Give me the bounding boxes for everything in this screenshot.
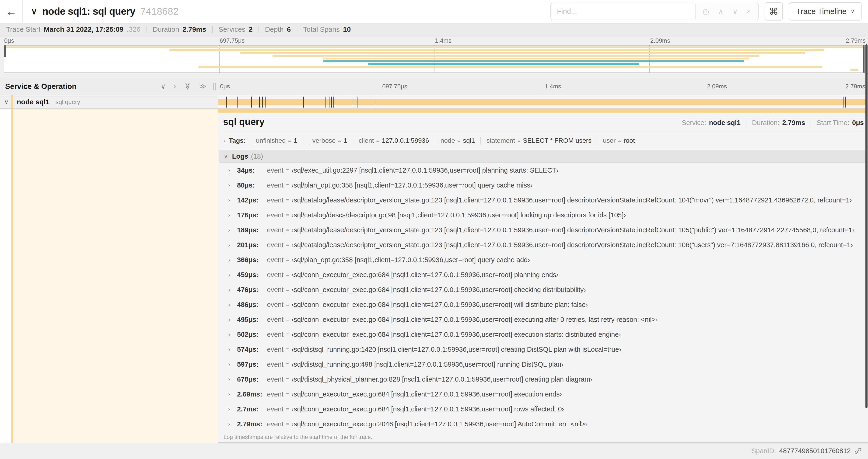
title-chevron-down-icon[interactable]: ∨ (31, 6, 37, 16)
logs-chevron-down-icon[interactable]: ∨ (224, 153, 228, 160)
collapse-all-icon[interactable]: ≫ (184, 83, 191, 90)
keyboard-shortcuts-button[interactable]: ⌘ (765, 2, 783, 21)
log-chevron-right-icon[interactable]: › (228, 256, 237, 264)
log-chevron-right-icon[interactable]: › (228, 346, 237, 353)
tag-divider (303, 137, 303, 144)
log-entry-row[interactable]: ›189μs:event=‹sql/catalog/lease/descript… (219, 223, 867, 237)
log-entry-row[interactable]: ›476μs:event=‹sql/conn_executor_exec.go:… (219, 282, 867, 297)
log-entry-row[interactable]: ›142μs:event=‹sql/catalog/lease/descript… (219, 193, 867, 207)
log-entry-row[interactable]: ›502μs:event=‹sql/conn_executor_exec.go:… (219, 327, 867, 342)
log-chevron-right-icon[interactable]: › (228, 331, 237, 338)
log-chevron-right-icon[interactable]: › (228, 421, 237, 428)
stat-value: March 31 2022, 17:25:09 (43, 25, 123, 33)
find-next-icon[interactable]: ∨ (733, 7, 738, 16)
tags-row[interactable]: › Tags: _unfinished=1_verbose=1client=12… (221, 135, 864, 146)
log-entry-row[interactable]: ›2.69ms:event=‹sql/conn_executor_exec.go… (219, 387, 867, 402)
log-entry-row[interactable]: ›597μs:event=‹sql/distsql_running.go:498… (219, 357, 867, 372)
log-entry-row[interactable]: ›2.7ms:event=‹sql/conn_executor_exec.go:… (219, 402, 867, 417)
stat-item: Services2 (219, 25, 253, 33)
tag-divider (353, 137, 353, 144)
log-field-value: ‹sql/distsql_running.go:1420 [nsql1,clie… (291, 346, 621, 353)
log-chevron-right-icon[interactable]: › (228, 316, 237, 323)
log-marker-tick (303, 97, 304, 107)
log-chevron-right-icon[interactable]: › (228, 405, 237, 413)
log-marker-tick (334, 97, 334, 107)
log-timestamp: 486μs: (237, 301, 267, 308)
log-chevron-right-icon[interactable]: › (228, 197, 237, 204)
collapse-one-icon[interactable]: ∨ (160, 83, 166, 90)
page-scrollbar-thumb[interactable] (865, 44, 868, 408)
log-chevron-right-icon[interactable]: › (228, 241, 237, 249)
find-clear-icon[interactable]: × (747, 7, 751, 15)
stat-label: Trace Start (6, 25, 40, 33)
log-entry-row[interactable]: ›678μs:event=‹sql/distsql_physical_plann… (219, 372, 867, 387)
log-chevron-right-icon[interactable]: › (228, 286, 237, 293)
log-entry-row[interactable]: ›2.79ms:event=‹sql/conn_executor_exec.go… (219, 417, 867, 431)
expand-all-icon[interactable]: ≫ (199, 83, 207, 90)
log-chevron-right-icon[interactable]: › (228, 182, 237, 189)
log-entry-row[interactable]: ›495μs:event=‹sql/conn_executor_exec.go:… (219, 312, 867, 327)
log-entry-row[interactable]: ›176μs:event=‹sql/catalog/descs/descript… (219, 207, 867, 223)
view-selector-button[interactable]: Trace Timeline ∨ (789, 2, 862, 21)
minimap-left-scrubber[interactable] (4, 45, 6, 57)
tag-key: _verbose (309, 137, 336, 144)
find-locate-icon[interactable]: ◎ (703, 7, 709, 16)
find-prev-icon[interactable]: ∧ (718, 7, 723, 16)
tag-item[interactable]: _verbose=1 (309, 137, 347, 144)
back-button[interactable]: ← (0, 0, 23, 23)
minimap-tick-label: 697.75μs (220, 37, 245, 44)
span-row-name-cell[interactable]: ∨ node sql1 sql query (0, 95, 218, 108)
log-entry-row[interactable]: ›201μs:event=‹sql/catalog/lease/descript… (219, 237, 867, 252)
log-equals: = (286, 257, 289, 263)
top-bar: ← ∨ node sql1: sql query 7418682 ◎∧∨× ⌘ … (0, 0, 868, 23)
span-row[interactable]: ∨ node sql1 sql query (0, 95, 868, 109)
timeline-minimap[interactable] (4, 45, 865, 73)
deep-link-icon[interactable] (854, 447, 862, 455)
log-marker-tick (237, 97, 238, 107)
log-entry-row[interactable]: ›80μs:event=‹sql/plan_opt.go:358 [nsql1,… (219, 178, 867, 193)
tag-item[interactable]: client=127.0.0.1:59936 (359, 137, 429, 144)
span-row-timeline[interactable] (218, 95, 868, 108)
trace-title-group[interactable]: ∨ node sql1: sql query 7418682 (31, 6, 179, 17)
log-chevron-right-icon[interactable]: › (228, 211, 237, 219)
column-resizer-handle[interactable] (213, 83, 216, 90)
log-chevron-right-icon[interactable]: › (228, 226, 237, 234)
minimap-span-bar (169, 49, 824, 51)
trace-id: 7418682 (141, 6, 179, 17)
log-chevron-right-icon[interactable]: › (228, 301, 237, 308)
log-entry-row[interactable]: ›366μs:event=‹sql/plan_opt.go:358 [nsql1… (219, 252, 867, 267)
log-entry-row[interactable]: ›459μs:event=‹sql/conn_executor_exec.go:… (219, 267, 867, 282)
logs-header[interactable]: ∨ Logs (18) (219, 150, 867, 163)
log-chevron-right-icon[interactable]: › (228, 167, 237, 174)
tag-value: root (623, 137, 635, 144)
tags-chevron-right-icon[interactable]: › (223, 137, 225, 144)
span-duration-bar[interactable] (218, 99, 866, 105)
tag-item[interactable]: statement=SELECT * FROM users (486, 137, 591, 144)
log-chevron-right-icon[interactable]: › (228, 361, 237, 368)
log-timestamp: 34μs: (237, 167, 267, 174)
log-marker-tick (352, 97, 352, 107)
log-chevron-right-icon[interactable]: › (228, 391, 237, 398)
tag-item[interactable]: node=sql1 (440, 137, 475, 144)
tag-key: client (359, 137, 374, 144)
stat-value: 2 (249, 25, 253, 33)
log-timestamp: 502μs: (237, 331, 267, 338)
log-chevron-right-icon[interactable]: › (228, 271, 237, 278)
log-entry-row[interactable]: ›486μs:event=‹sql/conn_executor_exec.go:… (219, 297, 867, 312)
stat-label: Total Spans (303, 25, 340, 33)
log-equals: = (286, 301, 289, 308)
tag-item[interactable]: _unfinished=1 (252, 137, 297, 144)
service-color-accent (11, 95, 13, 108)
tag-item[interactable]: user=root (603, 137, 635, 144)
log-entry-row[interactable]: ›34μs:event=‹sql/exec_util.go:2297 [nsql… (219, 163, 867, 178)
minimap-span-bar (323, 60, 744, 62)
tag-value: SELECT * FROM users (523, 137, 591, 144)
tag-value: 1 (294, 137, 298, 144)
row-chevron-down-icon[interactable]: ∨ (4, 98, 11, 106)
minimap-right-scrubber[interactable] (863, 45, 864, 72)
log-marker-tick (329, 97, 330, 107)
find-input[interactable] (551, 3, 695, 20)
log-entry-row[interactable]: ›574μs:event=‹sql/distsql_running.go:142… (219, 342, 867, 357)
log-chevron-right-icon[interactable]: › (228, 376, 237, 383)
expand-one-icon[interactable]: › (174, 83, 176, 90)
